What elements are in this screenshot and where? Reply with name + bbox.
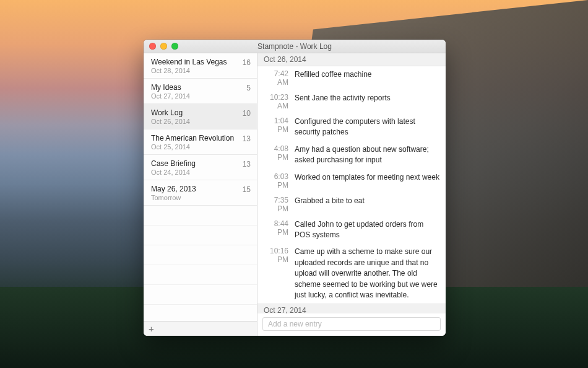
- note-date: Oct 28, 2014: [151, 67, 238, 74]
- note-list-empty-row: [144, 206, 257, 226]
- add-note-button[interactable]: +: [149, 324, 154, 333]
- entry-text: Worked on templates for meeting next wee…: [295, 172, 439, 190]
- note-count: 16: [238, 58, 251, 67]
- note-text: The American RevolutionOct 25, 2014: [151, 134, 238, 151]
- note-date: Oct 24, 2014: [151, 169, 238, 176]
- entry-text: Came up with a scheme to make sure our u…: [295, 247, 439, 300]
- entry-time: 8:44 PM: [261, 219, 295, 241]
- note-text: Work LogOct 26, 2014: [151, 108, 238, 125]
- note-title: Work Log: [151, 108, 238, 117]
- entry-text: Refilled coffee machine: [295, 69, 439, 87]
- log-entry[interactable]: 6:03 PMWorked on templates for meeting n…: [257, 169, 446, 193]
- date-header: Oct 27, 2014: [257, 304, 446, 313]
- entries-list: Oct 26, 20147:42 AMRefilled coffee machi…: [257, 53, 446, 313]
- app-window: Stampnote - Work Log Weekend in Las Vega…: [144, 40, 446, 336]
- entry-time: 10:23 AM: [261, 93, 295, 110]
- new-entry-input[interactable]: [262, 317, 441, 331]
- entry-time: 6:03 PM: [261, 172, 295, 190]
- entry-time: 4:08 PM: [261, 144, 295, 166]
- note-count: 10: [238, 109, 251, 118]
- titlebar[interactable]: Stampnote - Work Log: [144, 40, 446, 53]
- sidebar-item-5[interactable]: May 26, 2013Tomorrow15: [144, 180, 257, 206]
- entry-text: Called John to get updated orders from P…: [295, 219, 439, 241]
- note-count: 15: [238, 185, 251, 194]
- log-entry[interactable]: 10:16 PMCame up with a scheme to make su…: [257, 243, 446, 304]
- entry-text: Amy had a question about new software; a…: [295, 144, 439, 166]
- new-entry-container: [257, 313, 446, 336]
- desktop-wallpaper: Stampnote - Work Log Weekend in Las Vega…: [0, 0, 588, 368]
- date-header: Oct 26, 2014: [257, 53, 446, 66]
- note-list-empty-row: [144, 226, 257, 245]
- log-entry[interactable]: 1:04 PMConfigured the computers with lat…: [257, 113, 446, 141]
- log-entry[interactable]: 4:08 PMAmy had a question about new soft…: [257, 141, 446, 169]
- note-date: Oct 25, 2014: [151, 143, 238, 151]
- entry-time: 7:35 PM: [261, 196, 295, 213]
- note-date: Tomorrow: [151, 194, 238, 201]
- entry-time: 10:16 PM: [261, 247, 295, 300]
- sidebar-item-2[interactable]: Work LogOct 26, 201410: [144, 104, 257, 129]
- log-entry[interactable]: 10:23 AMSent Jane the activity reports: [257, 90, 446, 113]
- note-list: Weekend in Las VegasOct 28, 201416My Ide…: [144, 53, 257, 321]
- note-text: Weekend in Las VegasOct 28, 2014: [151, 58, 238, 74]
- main-panel: Oct 26, 20147:42 AMRefilled coffee machi…: [257, 53, 446, 336]
- entry-time: 7:42 AM: [261, 69, 295, 87]
- entry-text: Grabbed a bite to eat: [295, 196, 439, 213]
- note-text: My IdeasOct 27, 2014: [151, 83, 241, 100]
- note-count: 13: [238, 160, 251, 169]
- sidebar-item-1[interactable]: My IdeasOct 27, 20145: [144, 79, 257, 104]
- note-list-empty-row: [144, 245, 257, 265]
- note-count: 5: [241, 84, 251, 92]
- window-title: Stampnote - Work Log: [144, 42, 446, 51]
- log-entry[interactable]: 7:35 PMGrabbed a bite to eat: [257, 193, 446, 216]
- note-text: May 26, 2013Tomorrow: [151, 185, 238, 201]
- entry-text: Sent Jane the activity reports: [295, 93, 439, 110]
- note-date: Oct 27, 2014: [151, 92, 241, 100]
- entry-text: Configured the computers with latest sec…: [295, 116, 439, 138]
- sidebar-item-0[interactable]: Weekend in Las VegasOct 28, 201416: [144, 53, 257, 79]
- entry-time: 1:04 PM: [261, 116, 295, 138]
- note-list-empty-row: [144, 285, 257, 305]
- sidebar-footer: +: [144, 321, 257, 336]
- window-body: Weekend in Las VegasOct 28, 201416My Ide…: [144, 53, 446, 336]
- note-title: May 26, 2013: [151, 185, 238, 193]
- note-count: 13: [238, 134, 251, 143]
- note-date: Oct 26, 2014: [151, 118, 238, 125]
- note-title: Case Briefing: [151, 159, 238, 168]
- note-title: The American Revolution: [151, 134, 238, 142]
- sidebar-item-4[interactable]: Case BriefingOct 24, 201413: [144, 155, 257, 180]
- note-title: My Ideas: [151, 83, 241, 92]
- note-text: Case BriefingOct 24, 2014: [151, 159, 238, 176]
- sidebar-item-3[interactable]: The American RevolutionOct 25, 201413: [144, 129, 257, 155]
- sidebar: Weekend in Las VegasOct 28, 201416My Ide…: [144, 53, 257, 336]
- note-list-empty-row: [144, 265, 257, 285]
- log-entry[interactable]: 8:44 PMCalled John to get updated orders…: [257, 216, 446, 244]
- note-title: Weekend in Las Vegas: [151, 58, 238, 66]
- log-entry[interactable]: 7:42 AMRefilled coffee machine: [257, 66, 446, 90]
